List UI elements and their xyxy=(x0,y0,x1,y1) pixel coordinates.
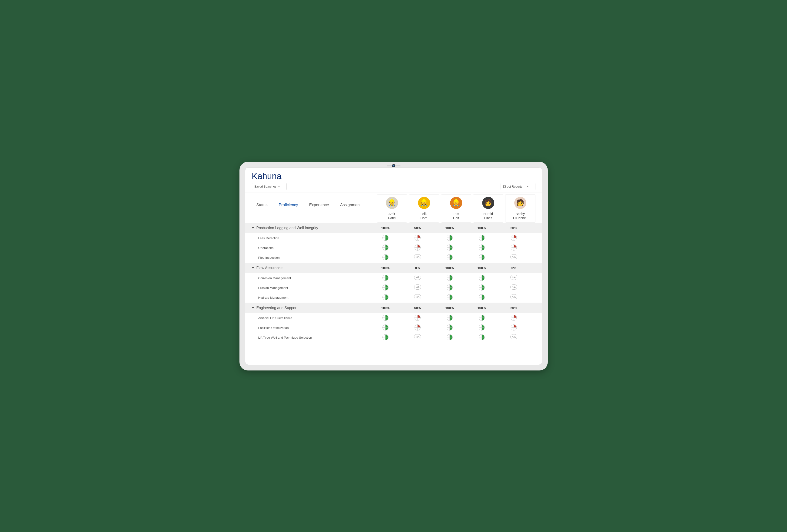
group-score: 50% xyxy=(499,306,529,310)
skill-cell[interactable]: N/A xyxy=(402,254,433,261)
skill-cell[interactable]: N/A xyxy=(499,334,529,341)
skill-cell[interactable] xyxy=(467,315,497,322)
skill-cell[interactable] xyxy=(402,315,433,322)
skill-cell[interactable] xyxy=(402,325,433,331)
proficiency-pie-icon xyxy=(414,315,421,321)
direct-reports-select[interactable]: Direct Reports xyxy=(501,183,535,190)
proficiency-pie-icon xyxy=(447,275,453,281)
person-name: TomHolt xyxy=(443,212,469,220)
person-name: BobbyO'Donnell xyxy=(507,212,533,220)
skill-row: Facilities Optimization xyxy=(245,323,542,333)
group-score: 50% xyxy=(402,306,433,310)
group-label: Production Logging and Well Integrity xyxy=(256,226,318,230)
person-card-leila[interactable]: 👷‍♀️LeilaHorn xyxy=(409,194,439,223)
proficiency-pie-icon xyxy=(479,244,485,250)
skill-cell[interactable] xyxy=(434,294,465,301)
skill-cell[interactable] xyxy=(370,294,401,301)
skill-cell[interactable] xyxy=(434,244,465,251)
direct-reports-label: Direct Reports xyxy=(503,185,523,188)
tab-assignment[interactable]: Assignment xyxy=(340,203,361,209)
skill-cell[interactable] xyxy=(467,325,497,331)
tab-proficiency[interactable]: Proficiency xyxy=(279,203,298,209)
skill-cell[interactable] xyxy=(434,334,465,341)
skill-label: Artificial LIft Surveillance xyxy=(258,316,293,320)
avatar: 🧑 xyxy=(482,197,494,209)
group-score: 50% xyxy=(402,226,433,230)
skill-cell[interactable]: N/A xyxy=(499,254,529,261)
skill-cell[interactable] xyxy=(467,244,497,251)
proficiency-pie-icon xyxy=(447,325,453,331)
collapse-icon[interactable] xyxy=(252,267,254,269)
skill-cell[interactable]: N/A xyxy=(499,275,529,282)
skill-cell[interactable] xyxy=(434,285,465,291)
person-card-tom[interactable]: 👷‍♂️TomHolt xyxy=(441,194,471,223)
proficiency-pie-icon xyxy=(447,294,453,300)
skill-row: Erosion ManagementN/AN/A xyxy=(245,283,542,293)
na-badge: N/A xyxy=(414,254,421,259)
skill-cell[interactable] xyxy=(467,334,497,341)
tab-status[interactable]: Status xyxy=(256,203,268,209)
skill-cell[interactable] xyxy=(467,285,497,291)
skill-cell[interactable] xyxy=(370,235,401,242)
skill-cell[interactable] xyxy=(499,315,529,322)
proficiency-pie-icon xyxy=(479,325,485,331)
skill-cell[interactable]: N/A xyxy=(499,285,529,291)
person-card-bobby[interactable]: 🧑BobbyO'Donnell xyxy=(505,194,535,223)
person-card-harold[interactable]: 🧑HaroldHines xyxy=(473,194,503,223)
skill-cell[interactable] xyxy=(434,275,465,282)
tab-experience[interactable]: Experience xyxy=(309,203,329,209)
skill-cell[interactable] xyxy=(467,254,497,261)
skill-label: Erosion Management xyxy=(258,286,288,290)
group-row[interactable]: Flow Assurance100%0%100%100%0% xyxy=(245,263,542,273)
skill-cell[interactable]: N/A xyxy=(402,285,433,291)
skill-cell[interactable] xyxy=(467,294,497,301)
skill-cell[interactable] xyxy=(499,235,529,242)
na-badge: N/A xyxy=(510,285,517,290)
skill-cell[interactable] xyxy=(370,244,401,251)
group-score: 100% xyxy=(434,306,465,310)
proficiency-pie-icon xyxy=(479,285,485,290)
skill-cell[interactable] xyxy=(370,315,401,322)
saved-searches-select[interactable]: Saved Searches xyxy=(252,183,287,190)
avatar: 🧑 xyxy=(514,197,526,209)
group-label: Flow Assurance xyxy=(256,266,283,270)
proficiency-pie-icon xyxy=(382,254,388,260)
avatar: 👷‍♂️ xyxy=(450,197,462,209)
proficiency-pie-icon xyxy=(382,244,388,250)
skill-cell[interactable] xyxy=(370,275,401,282)
skill-cell[interactable] xyxy=(499,244,529,251)
skill-cell[interactable] xyxy=(434,315,465,322)
skill-cell[interactable]: N/A xyxy=(402,275,433,282)
group-score: 100% xyxy=(434,226,465,230)
skill-cell[interactable] xyxy=(467,235,497,242)
proficiency-pie-icon xyxy=(511,235,517,241)
na-badge: N/A xyxy=(510,334,517,339)
skill-cell[interactable] xyxy=(467,275,497,282)
skill-cell[interactable] xyxy=(370,334,401,341)
brand-logo: Kahuna xyxy=(252,171,535,181)
skill-cell[interactable] xyxy=(499,325,529,331)
skill-cell[interactable] xyxy=(370,285,401,291)
skill-cell[interactable]: N/A xyxy=(499,294,529,301)
group-row[interactable]: Production Logging and Well Integrity100… xyxy=(245,223,542,234)
proficiency-pie-icon xyxy=(479,235,485,241)
group-row[interactable]: Engineering and Support100%50%100%100%50… xyxy=(245,303,542,313)
collapse-icon[interactable] xyxy=(252,307,254,309)
skill-cell[interactable] xyxy=(402,235,433,242)
skill-cell[interactable] xyxy=(370,254,401,261)
skill-cell[interactable] xyxy=(434,254,465,261)
skill-cell[interactable] xyxy=(370,325,401,331)
proficiency-pie-icon xyxy=(511,325,517,331)
skill-cell[interactable]: N/A xyxy=(402,294,433,301)
proficiency-pie-icon xyxy=(447,235,453,241)
avatar: 👷 xyxy=(386,197,398,209)
skill-cell[interactable] xyxy=(434,325,465,331)
collapse-icon[interactable] xyxy=(252,227,254,229)
skill-label: Operations xyxy=(258,246,274,250)
skill-cell[interactable] xyxy=(402,244,433,251)
skill-cell[interactable] xyxy=(434,235,465,242)
person-card-amir[interactable]: 👷AmirPatel xyxy=(377,194,407,223)
skill-row: Pipe InspectionN/AN/A xyxy=(245,253,542,263)
skill-matrix: Production Logging and Well Integrity100… xyxy=(245,223,542,342)
skill-cell[interactable]: N/A xyxy=(402,334,433,341)
